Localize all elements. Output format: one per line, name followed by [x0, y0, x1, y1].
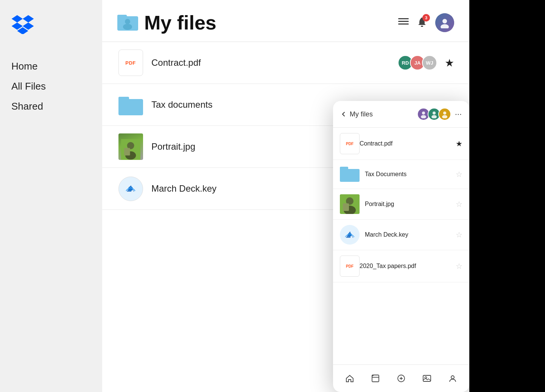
file-item-contract[interactable]: PDF Contract.pdf RD JA WJ ★ — [102, 42, 469, 84]
panel-file-item-contract[interactable]: PDF Contract.pdf ★ — [333, 128, 469, 160]
svg-rect-12 — [118, 97, 129, 102]
right-black-area — [469, 0, 545, 392]
svg-rect-6 — [398, 21, 409, 22]
panel-star-tax-papers[interactable]: ☆ — [456, 262, 462, 271]
svg-point-22 — [431, 115, 437, 119]
panel-title: My files — [350, 110, 373, 118]
file-icon-tax — [117, 91, 144, 118]
panel-avatars — [417, 108, 451, 121]
panel-header-right: ··· — [417, 108, 462, 121]
file-icon-portrait — [117, 133, 144, 160]
file-icon-march-deck — [117, 175, 144, 202]
sidebar-item-home[interactable]: Home — [11, 58, 91, 74]
panel-nav-add[interactable] — [394, 371, 409, 386]
panel-file-name-portrait: Portrait.jpg — [365, 201, 456, 208]
panel-file-name-march-deck: March Deck.key — [365, 231, 456, 238]
panel-file-name-tax-papers: 2020_Tax papers.pdf — [360, 263, 456, 270]
panel-file-item-portrait[interactable]: Portrait.jpg ☆ — [333, 189, 469, 220]
panel-header: My files — [333, 101, 469, 128]
panel-star-portrait[interactable]: ☆ — [456, 200, 462, 209]
svg-point-20 — [421, 115, 426, 119]
svg-rect-5 — [398, 18, 409, 19]
panel-file-list: PDF Contract.pdf ★ Tax Documents ☆ — [333, 128, 469, 364]
svg-rect-16 — [124, 148, 130, 156]
panel-star-march-deck[interactable]: ☆ — [456, 230, 462, 239]
file-name-contract: Contract.pdf — [151, 57, 398, 68]
panel-star-contract[interactable]: ★ — [456, 139, 462, 148]
panel-star-tax[interactable]: ☆ — [456, 170, 462, 179]
svg-rect-33 — [372, 375, 379, 382]
header-left: My files — [117, 11, 216, 34]
panel-keynote-icon — [340, 225, 360, 245]
header-right: 3 — [398, 13, 454, 32]
page-title: My files — [144, 11, 216, 34]
pdf-icon: PDF — [118, 50, 143, 76]
svg-point-21 — [433, 112, 436, 115]
svg-point-23 — [443, 112, 446, 115]
svg-rect-30 — [343, 203, 349, 211]
star-contract[interactable]: ★ — [445, 57, 454, 69]
svg-point-9 — [442, 19, 447, 23]
panel-portrait-thumbnail — [340, 194, 360, 214]
avatar-wj: WJ — [422, 55, 437, 70]
sidebar-navigation: Home All Files Shared — [11, 58, 91, 115]
panel-folder-icon-tax — [340, 165, 360, 183]
keynote-icon — [118, 177, 143, 201]
panel-pdf-icon-tax-papers: PDF — [340, 256, 360, 277]
main-content: My files 3 — [102, 0, 469, 392]
folder-icon — [117, 12, 138, 34]
user-avatar[interactable] — [435, 13, 454, 32]
mobile-panel: My files — [333, 101, 469, 392]
notification-badge: 3 — [422, 14, 430, 22]
panel-nav-files[interactable] — [368, 371, 383, 386]
sidebar-item-all-files[interactable]: All Files — [11, 78, 91, 95]
dropbox-logo — [11, 15, 91, 36]
svg-point-4 — [123, 24, 132, 30]
svg-point-19 — [422, 112, 425, 115]
svg-point-10 — [441, 24, 449, 28]
panel-nav-home[interactable] — [342, 371, 357, 386]
svg-point-37 — [451, 376, 454, 379]
file-avatars-contract: RD JA WJ — [398, 55, 437, 70]
panel-file-item-march-deck[interactable]: March Deck.key ☆ — [333, 220, 469, 250]
svg-point-24 — [442, 115, 447, 119]
menu-icon[interactable] — [398, 16, 409, 29]
svg-point-3 — [125, 19, 130, 24]
svg-rect-35 — [423, 375, 431, 381]
panel-file-item-tax-papers[interactable]: PDF 2020_Tax papers.pdf ☆ — [333, 250, 469, 282]
sidebar: Home All Files Shared — [0, 0, 102, 392]
panel-file-item-tax[interactable]: Tax Documents ☆ — [333, 160, 469, 189]
svg-point-32 — [348, 233, 352, 237]
sidebar-item-shared[interactable]: Shared — [11, 98, 91, 115]
user-avatar-placeholder — [435, 13, 454, 32]
notification-button[interactable]: 3 — [416, 16, 428, 29]
svg-rect-26 — [340, 167, 348, 171]
panel-back-button[interactable]: My files — [341, 110, 373, 118]
panel-nav-photos[interactable] — [419, 371, 434, 386]
panel-pdf-icon-contract: PDF — [340, 133, 360, 154]
file-icon-contract: PDF — [117, 50, 144, 76]
page-header: My files 3 — [102, 0, 469, 42]
panel-avatar-3 — [438, 108, 451, 121]
portrait-thumbnail — [118, 133, 143, 160]
panel-nav-account[interactable] — [445, 371, 460, 386]
svg-rect-7 — [398, 23, 409, 25]
panel-file-name-tax: Tax Documents — [365, 171, 456, 178]
svg-rect-8 — [421, 26, 423, 27]
panel-file-name-contract: Contract.pdf — [360, 140, 456, 147]
panel-more-button[interactable]: ··· — [455, 109, 462, 119]
panel-bottom-nav — [333, 364, 469, 392]
